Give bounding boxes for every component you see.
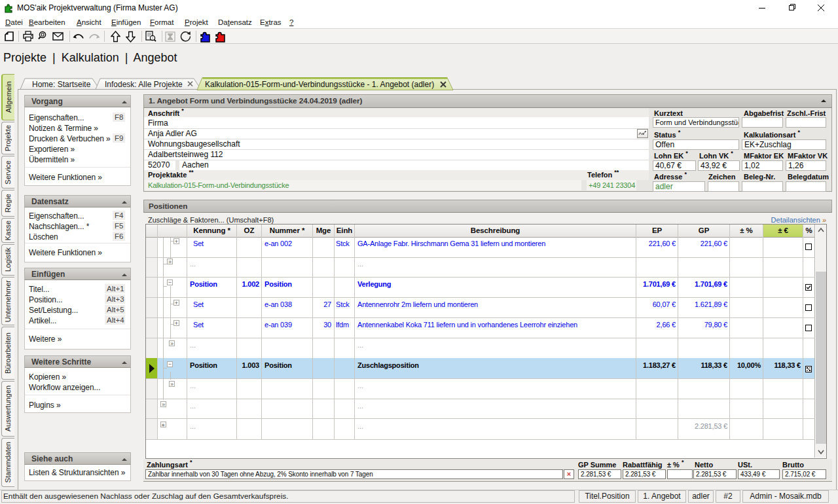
svg-text:Home: Startseite: Home: Startseite <box>32 80 91 89</box>
svg-text:Kalkulation-015-Form-und-Verbi: Kalkulation-015-Form-und-Verbindungsstüc… <box>205 80 434 89</box>
svg-text:Infodesk: Alle Projekte: Infodesk: Alle Projekte <box>105 80 183 89</box>
